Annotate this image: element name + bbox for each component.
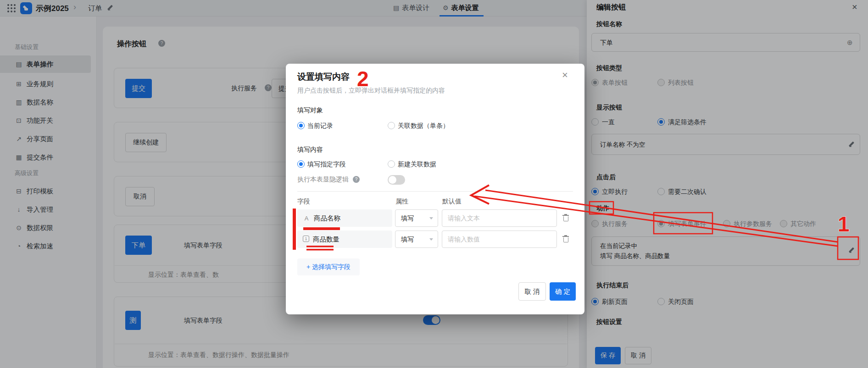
modal-subtitle: 用户点击按钮后，立即弹出对话框并填写指定的内容	[297, 87, 445, 95]
help-icon[interactable]: ?	[353, 176, 360, 183]
radio-fill-specified-fields[interactable]	[297, 160, 305, 168]
input-placeholder: 请输入数值	[448, 236, 480, 243]
column-header-property: 属性	[395, 198, 408, 206]
field-chip-product-name[interactable]: A商品名称	[297, 209, 392, 227]
fill-target-label: 填写对象	[297, 106, 323, 115]
radio-current-record[interactable]	[297, 122, 305, 129]
default-value-input-row2[interactable]: 请输入数值	[442, 231, 557, 248]
app-root: 示例2025 › 订单 ▤表单设计 ⚙表单设置 基础设置 ▤表单操作 ⊞业务规则…	[0, 0, 868, 368]
text-field-icon: A	[303, 210, 310, 227]
property-value: 填写	[401, 236, 414, 243]
field-name: 商品名称	[314, 214, 340, 222]
input-placeholder: 请输入文本	[448, 214, 480, 222]
delete-row1-icon[interactable]	[562, 214, 569, 221]
field-chip-product-quantity[interactable]: 1商品数量	[297, 231, 392, 248]
modal-confirm-button[interactable]: 确 定	[550, 282, 576, 301]
add-fill-field-button[interactable]: + 选择填写字段	[297, 258, 360, 275]
divider	[297, 191, 573, 192]
chevron-down-icon	[429, 217, 433, 221]
radio-label-fill-specified-fields[interactable]: 填写指定字段	[307, 160, 346, 169]
modal-title: 设置填写内容	[297, 71, 350, 83]
property-select-row2[interactable]: 填写	[395, 231, 438, 248]
radio-new-related-data[interactable]	[388, 160, 395, 168]
radio-related-data[interactable]	[388, 122, 395, 129]
column-header-field: 字段	[297, 198, 310, 206]
property-value: 填写	[401, 214, 414, 222]
chevron-down-icon	[429, 238, 433, 242]
column-header-default: 默认值	[442, 198, 462, 206]
fill-content-modal: 设置填写内容 × 用户点击按钮后，立即弹出对话框并填写指定的内容 填写对象 当前…	[286, 64, 584, 314]
property-select-row1[interactable]: 填写	[395, 209, 438, 227]
radio-label-current-record[interactable]: 当前记录	[307, 122, 333, 130]
radio-label-related-data[interactable]: 关联数据（单条）	[398, 122, 449, 130]
field-name: 商品数量	[313, 236, 339, 243]
modal-cancel-button[interactable]: 取 消	[518, 282, 546, 301]
logic-toggle-label: 执行本表显隐逻辑	[297, 176, 349, 184]
delete-row2-icon[interactable]	[562, 235, 569, 242]
logic-toggle[interactable]	[388, 175, 405, 185]
close-icon[interactable]: ×	[562, 69, 568, 81]
fill-content-label: 填写内容	[297, 146, 323, 154]
number-field-icon: 1	[303, 236, 309, 242]
radio-label-new-related-data[interactable]: 新建关联数据	[398, 160, 436, 169]
default-value-input-row1[interactable]: 请输入文本	[442, 209, 557, 227]
